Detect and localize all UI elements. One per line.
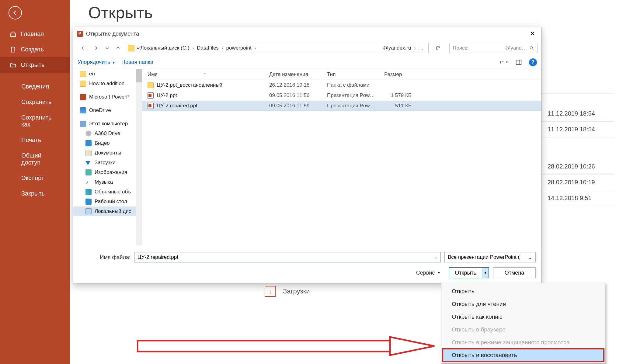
help-button[interactable]: ? (529, 58, 537, 66)
nav-info[interactable]: Сведения (0, 79, 70, 94)
col-size[interactable]: Размер (384, 71, 418, 78)
downloads-location[interactable]: ↓ Загрузки (265, 286, 310, 297)
nav-close[interactable]: Закрыть (0, 186, 70, 201)
breadcrumb-seg[interactable]: DataFiles (197, 45, 219, 51)
cancel-button[interactable]: Отмена (493, 267, 536, 278)
view-mode-button[interactable]: ▼ (500, 58, 508, 67)
open-dialog: Открытие документа ✕ « Локальный диск (C… (73, 27, 541, 283)
documents-icon (85, 150, 92, 156)
nav-save[interactable]: Сохранить (0, 94, 70, 110)
open-button[interactable]: Открыть (449, 268, 482, 278)
open-dropdown-toggle[interactable]: ▼ (482, 268, 489, 278)
chevron-right-icon[interactable]: › (190, 46, 196, 50)
folder-tree[interactable]: en How.to.addition Microsoft PowerP OneD… (73, 69, 142, 245)
svg-marker-9 (390, 337, 434, 355)
chevron-right-icon[interactable]: › (219, 46, 226, 50)
filename-input[interactable]: ЦУ-2.repaired.ppt ⌄ (134, 252, 441, 262)
desktop-icon (85, 199, 92, 205)
folder-icon (128, 45, 134, 51)
tree-scroll-thumb[interactable] (136, 69, 142, 82)
chevron-right-icon[interactable]: › (412, 46, 418, 50)
col-date[interactable]: Дата изменения (269, 71, 327, 78)
tree-item-images[interactable]: Изображения (73, 168, 142, 177)
file-name: ЦУ-2.ppt_восстановленный (157, 82, 222, 88)
menu-item-open-browser: Открыть в браузере (443, 323, 604, 336)
tree-item-3dobjects[interactable]: Объемные объ (73, 187, 142, 197)
a360-icon (85, 130, 92, 137)
close-button[interactable]: ✕ (527, 30, 538, 38)
nav-export[interactable]: Экспорт (0, 170, 70, 186)
chevron-right-icon[interactable]: › (252, 46, 259, 50)
nav-new-label: Создать (21, 46, 44, 53)
nav-new[interactable]: Создать (0, 42, 70, 57)
dialog-body: en How.to.addition Microsoft PowerP OneD… (73, 69, 541, 245)
filename-label: Имя файла: (79, 254, 131, 261)
file-date: 09.05.2016 11:56 (269, 92, 327, 99)
tree-item-a360[interactable]: A360 Drive (73, 129, 142, 138)
tree-item-onedrive[interactable]: OneDrive (73, 106, 142, 115)
tree-item-music[interactable]: ♪Музыка (73, 177, 142, 187)
ppt-file-icon (148, 92, 154, 99)
dialog-title: Открытие документа (86, 31, 527, 37)
breadcrumb-dropdown[interactable]: ⌄ (419, 45, 426, 52)
tree-item-howto[interactable]: How.to.addition (73, 79, 142, 88)
nav-back-button[interactable] (77, 42, 89, 54)
nav-saveas[interactable]: Сохранить как (0, 110, 70, 132)
tree-item-localdisk[interactable]: Локальный дис (73, 206, 142, 216)
file-row[interactable]: ЦУ-2.ppt_восстановленный 26.12.2016 10:1… (142, 80, 541, 90)
breadcrumb-seg[interactable]: powerpoint (226, 45, 252, 51)
tree-item-thispc[interactable]: Этот компьютер (73, 119, 142, 129)
nav-share[interactable]: Общий доступ (0, 148, 70, 170)
file-type-filter[interactable]: Все презентации PowerPoint ( ⌄ (444, 252, 536, 262)
new-folder-button[interactable]: Новая папка (121, 59, 153, 65)
nav-history-dropdown[interactable] (104, 42, 110, 54)
breadcrumb-seg[interactable]: Локальный диск (C:) (140, 45, 189, 51)
tree-item-downloads[interactable]: Загрузки (73, 158, 142, 168)
nav-home[interactable]: Главная (0, 26, 70, 42)
col-type[interactable]: Тип (327, 71, 384, 78)
tree-item-video[interactable]: Видео (73, 138, 142, 148)
sort-asc-icon: ⌃ (203, 72, 206, 77)
nav-up-button[interactable] (112, 42, 124, 54)
chevron-down-icon[interactable]: ⌄ (434, 255, 437, 259)
svg-point-0 (530, 47, 533, 49)
organize-button[interactable]: Упорядочить▼ (78, 59, 115, 65)
annotation-arrow (137, 336, 435, 356)
breadcrumb-tail[interactable]: @yandex.ru (383, 45, 411, 51)
preview-pane-button[interactable] (514, 58, 523, 67)
file-pane: Имя⌃ Дата изменения Тип Размер ЦУ-2.ppt_… (142, 69, 541, 245)
tree-item-en[interactable]: en (73, 69, 142, 79)
nav-open[interactable]: Открыть (0, 57, 70, 73)
menu-item-open-readonly[interactable]: Открыть для чтения (443, 298, 604, 310)
page-title: Открыть (88, 0, 605, 22)
search-input[interactable]: Поиск: @yand… (449, 43, 538, 53)
chevron-down-icon: ⌄ (528, 254, 532, 261)
refresh-icon (435, 45, 441, 51)
folder-icon (80, 81, 86, 87)
tree-item-documents[interactable]: Документы (73, 148, 142, 158)
dialog-footer: Имя файла: ЦУ-2.repaired.ppt ⌄ Все презе… (73, 245, 541, 283)
file-type: Презентация Pow… (327, 92, 384, 99)
col-name[interactable]: Имя⌃ (148, 71, 269, 78)
tree-item-desktop[interactable]: Рабочий стол (73, 197, 142, 206)
recent-date: 11.12.2019 18:54 (548, 126, 614, 133)
nav-print[interactable]: Печать (0, 132, 70, 148)
breadcrumb[interactable]: « Локальный диск (C:)› DataFiles› powerp… (126, 43, 429, 53)
nav-forward-button[interactable] (90, 42, 102, 54)
onedrive-icon (80, 107, 86, 113)
file-row[interactable]: ЦУ-2.ppt 09.05.2016 11:56 Презентация Po… (142, 90, 541, 101)
images-icon (85, 169, 92, 175)
tools-button[interactable]: Сервис▼ (416, 270, 441, 276)
arrow-left-icon (12, 9, 19, 16)
tree-item-mspowerpoint[interactable]: Microsoft PowerP (73, 92, 142, 102)
search-scope: @yand… (505, 45, 527, 51)
menu-item-open-repair[interactable]: Открыть и восстановить (443, 349, 604, 362)
file-type: Презентация Pow… (327, 103, 384, 109)
file-row[interactable]: ЦУ-2.repaired.ppt 09.05.2016 11:59 Презе… (142, 101, 541, 111)
tree-scrollbar[interactable] (136, 69, 142, 245)
refresh-button[interactable] (433, 43, 443, 53)
menu-item-open[interactable]: Открыть (443, 285, 604, 298)
open-split-button[interactable]: Открыть ▼ (449, 267, 489, 278)
menu-item-open-copy[interactable]: Открыть как копию (443, 310, 604, 323)
back-button[interactable] (9, 6, 22, 19)
